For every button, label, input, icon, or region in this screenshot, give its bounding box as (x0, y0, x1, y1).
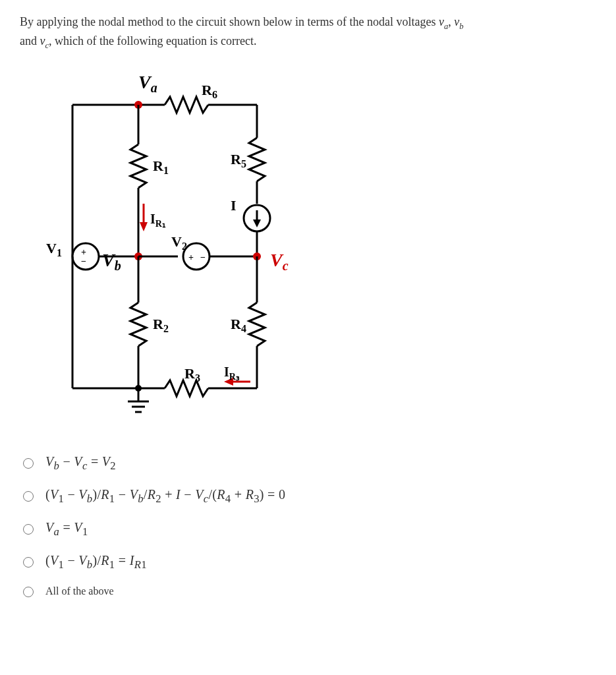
svg-text:R1: R1 (153, 158, 169, 176)
option-3-radio[interactable] (23, 524, 34, 535)
svg-text:IR₁: IR₁ (150, 212, 166, 229)
svg-text:Vb: Vb (102, 250, 121, 273)
svg-text:R6: R6 (202, 82, 217, 100)
option-1-radio[interactable] (23, 458, 34, 469)
svg-text:−: − (81, 256, 86, 266)
option-2-row: (V1 − Vb)/R1 − Vb/R2 + I − Vc/(R4 + R3) … (20, 479, 596, 512)
svg-text:R2: R2 (153, 316, 169, 334)
svg-text:R5: R5 (231, 151, 246, 169)
option-5-label: All of the above (45, 583, 114, 599)
option-1-row: Vb − Vc = V2 (20, 446, 596, 479)
option-2-radio[interactable] (23, 491, 34, 502)
svg-text:+: + (81, 247, 86, 257)
option-3-label: Va = V1 (45, 517, 88, 540)
option-5-row: All of the above (20, 578, 596, 604)
option-4-row: (V1 − Vb)/R1 = IR1 (20, 545, 596, 578)
question-prompt: By applying the nodal method to the circ… (20, 13, 596, 52)
svg-text:I: I (231, 197, 237, 214)
option-4-radio[interactable] (23, 557, 34, 568)
circuit-diagram: Va Vb Vc R6 R1 IR₁ R5 I V1 + − V2 + − R2 (33, 65, 596, 426)
svg-point-30 (183, 243, 210, 270)
prompt-text-1: By applying the nodal method to the circ… (20, 15, 439, 28)
svg-marker-12 (140, 222, 148, 231)
svg-text:R3: R3 (184, 365, 200, 384)
option-3-row: Va = V1 (20, 512, 596, 545)
answer-options: Vb − Vc = V2 (V1 − Vb)/R1 − Vb/R2 + I − … (20, 446, 596, 604)
svg-text:Vc: Vc (270, 250, 289, 273)
option-4-label: (V1 − Vb)/R1 = IR1 (45, 550, 147, 573)
svg-text:Va: Va (138, 72, 157, 95)
option-2-label: (V1 − Vb)/R1 − Vb/R2 + I − Vc/(R4 + R3) … (45, 484, 285, 507)
svg-text:+: + (188, 252, 194, 262)
svg-text:R4: R4 (231, 316, 246, 334)
svg-text:IR₃: IR₃ (224, 365, 240, 382)
svg-text:V1: V1 (46, 240, 62, 258)
svg-text:−: − (200, 252, 206, 262)
option-5-radio[interactable] (23, 587, 34, 597)
option-1-label: Vb − Vc = V2 (45, 452, 116, 474)
